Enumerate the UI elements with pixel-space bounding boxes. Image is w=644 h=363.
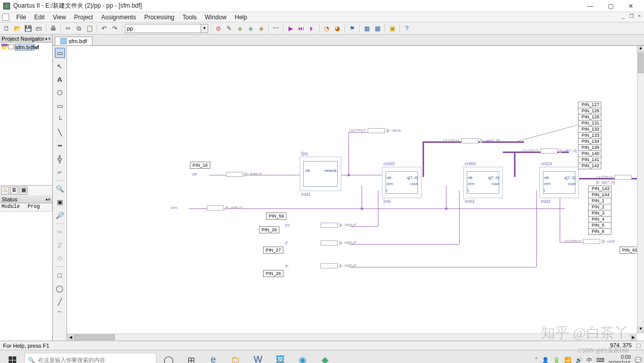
- pin-26[interactable]: PIN_26: [259, 226, 279, 233]
- tool-diamond1-icon[interactable]: ◈: [235, 24, 244, 33]
- file-tab-icon[interactable]: 🗎: [10, 187, 18, 195]
- tool-symbol-icon[interactable]: ⎔: [55, 87, 65, 98]
- taskview-icon[interactable]: ⊞: [181, 352, 201, 364]
- block-cnt60-2[interactable]: cnt60 clk clrn j q[7..0] cout inst3: [463, 167, 503, 198]
- menu-tools[interactable]: Tools: [178, 13, 201, 22]
- app5-icon[interactable]: ◉: [293, 352, 313, 364]
- pinlist-lower[interactable]: PIN_143PIN_144PIN_1PIN_2PIN_3PIN_4PIN_5P…: [588, 186, 611, 235]
- output-cout[interactable]: OUTPUT cout: [565, 239, 615, 244]
- scroll-down-icon[interactable]: ▼: [637, 326, 644, 334]
- taskbar-search[interactable]: 🔍 在这里输入你要搜索的内容: [24, 353, 156, 364]
- tool-zoom-icon[interactable]: 🔍: [55, 184, 65, 194]
- run-button[interactable]: ▶: [286, 24, 295, 33]
- input-clrn[interactable]: INPUT: [205, 205, 243, 210]
- save-button[interactable]: 💾: [23, 24, 33, 33]
- pin-27[interactable]: PIN_27: [263, 247, 283, 254]
- chip1-icon[interactable]: ▦: [362, 24, 371, 33]
- timing1-icon[interactable]: ◔: [322, 24, 331, 33]
- vertical-scrollbar[interactable]: ▲ ▼: [637, 46, 644, 334]
- copy-button[interactable]: ⧉: [74, 24, 83, 33]
- output-qs[interactable]: OUTPUT qs[7..0]: [596, 175, 637, 185]
- timing2-icon[interactable]: ◕: [333, 24, 342, 33]
- scroll-left-icon[interactable]: ◀: [67, 334, 74, 341]
- run-step-button[interactable]: ⏭: [297, 24, 306, 33]
- print-button[interactable]: 🖶: [49, 24, 58, 33]
- tab-sfm-bdf[interactable]: sfm.bdf: [55, 37, 92, 45]
- tool-oval-icon[interactable]: ◯: [55, 283, 65, 293]
- chevron-down-icon[interactable]: ▼: [201, 24, 208, 33]
- menu-window[interactable]: Window: [201, 13, 231, 22]
- menu-view[interactable]: View: [49, 13, 70, 22]
- tool-find-icon[interactable]: 🔎: [55, 210, 65, 220]
- word-icon[interactable]: W: [248, 352, 268, 364]
- new-button[interactable]: 🗋: [2, 24, 11, 33]
- maximize-button[interactable]: ▢: [600, 1, 621, 12]
- tool-diagline-icon[interactable]: ╲: [55, 127, 65, 137]
- tray-clock[interactable]: 0:08 2020/7/15: [608, 354, 631, 364]
- hscroll-thumb[interactable]: [74, 335, 115, 340]
- tool-line-icon[interactable]: ╱: [55, 296, 65, 307]
- panel-close-icon[interactable]: ×: [48, 36, 51, 41]
- tool-wave-icon[interactable]: 〰: [271, 24, 280, 33]
- tray-battery-icon[interactable]: 🔋: [553, 357, 560, 363]
- tray-keyboard-icon[interactable]: ⌨: [596, 357, 604, 363]
- explorer-icon[interactable]: 🗀: [226, 352, 246, 364]
- tool-conduit-icon[interactable]: ╬: [55, 154, 65, 164]
- tool-text-icon[interactable]: A: [55, 74, 65, 84]
- pkg-icon[interactable]: ▣: [388, 24, 397, 33]
- menu-project[interactable]: Project: [70, 13, 97, 22]
- tool-flip-h-icon[interactable]: ⇋: [55, 227, 65, 237]
- tool-orthline-icon[interactable]: └: [55, 114, 65, 124]
- pin-59[interactable]: PIN_59: [266, 213, 286, 220]
- vscroll-thumb[interactable]: [638, 53, 643, 73]
- flag-icon[interactable]: ⚑: [347, 24, 357, 33]
- output-qm[interactable]: OUTPUT qm[7..0]: [443, 138, 500, 143]
- mdi-restore-icon[interactable]: ❐: [628, 13, 635, 20]
- close-button[interactable]: ✕: [621, 1, 641, 12]
- tool-arc-icon[interactable]: ⌒: [55, 310, 65, 320]
- tray-volume-icon[interactable]: 🔊: [575, 357, 583, 363]
- block-cnt24[interactable]: cnt24 clk clrn j q[7..0] cout inst2: [539, 167, 579, 198]
- edge-icon[interactable]: e: [203, 352, 223, 364]
- tool-partial-icon[interactable]: ⌐: [55, 167, 65, 177]
- tool-pencil-icon[interactable]: ✎: [224, 24, 234, 33]
- tool-flip-v-icon[interactable]: ⇵: [55, 240, 65, 250]
- output-qf[interactable]: OUTPUT qf[7..0]: [522, 148, 577, 154]
- saveall-button[interactable]: 🗃: [34, 24, 43, 33]
- cut-button[interactable]: ✂: [63, 24, 73, 33]
- menu-edit[interactable]: Edit: [30, 13, 49, 22]
- tray-ime[interactable]: 中: [587, 356, 592, 363]
- project-combo-input[interactable]: [125, 24, 201, 33]
- tool-fullscreen-icon[interactable]: ▣: [55, 197, 65, 207]
- menu-assignments[interactable]: Assignments: [97, 13, 140, 22]
- input-clk[interactable]: INPUT: [224, 172, 262, 177]
- menu-processing[interactable]: Processing: [140, 13, 178, 22]
- help-icon[interactable]: ?: [402, 24, 411, 33]
- redo-button[interactable]: ↷: [110, 24, 119, 33]
- tool-diamond2-icon[interactable]: ◈: [246, 24, 255, 33]
- tool-rect-icon[interactable]: □: [55, 270, 65, 280]
- open-button[interactable]: 📂: [13, 24, 22, 33]
- block-cnt60-1[interactable]: cnt60 clk clrn j q[7..0] cout inst: [382, 167, 422, 198]
- menu-help[interactable]: Help: [231, 13, 251, 22]
- tray-people-icon[interactable]: 👤: [542, 357, 549, 363]
- chip-tab-icon[interactable]: ▦: [19, 187, 27, 195]
- start-button[interactable]: [2, 352, 22, 364]
- horizontal-scrollbar[interactable]: ◀ ▶: [67, 334, 637, 341]
- quartus-icon[interactable]: ◆: [315, 352, 335, 364]
- project-combo[interactable]: ▼: [125, 24, 208, 33]
- input-jf[interactable]: INPUT: [319, 240, 357, 246]
- input-js[interactable]: INPUT: [319, 263, 357, 268]
- status-close-icon[interactable]: ×: [48, 196, 51, 202]
- stop-button[interactable]: ⊘: [214, 24, 223, 33]
- paste-button[interactable]: 📋: [85, 24, 94, 33]
- input-jm[interactable]: INPUT: [319, 223, 357, 228]
- run-skip-button[interactable]: ⏵: [307, 24, 316, 33]
- cortana-icon[interactable]: ◯: [158, 352, 179, 364]
- tray-chevron-icon[interactable]: ˄: [535, 357, 538, 363]
- tool-block-icon[interactable]: ▭: [55, 101, 65, 111]
- system-tray[interactable]: ˄ 👤 🔋 📶 🔊 中 ⌨ 0:08 2020/7/15 💬: [535, 354, 642, 364]
- menu-file[interactable]: File: [12, 13, 30, 22]
- mdi-close-icon[interactable]: ×: [636, 13, 643, 20]
- chip2-icon[interactable]: ▩: [373, 24, 382, 33]
